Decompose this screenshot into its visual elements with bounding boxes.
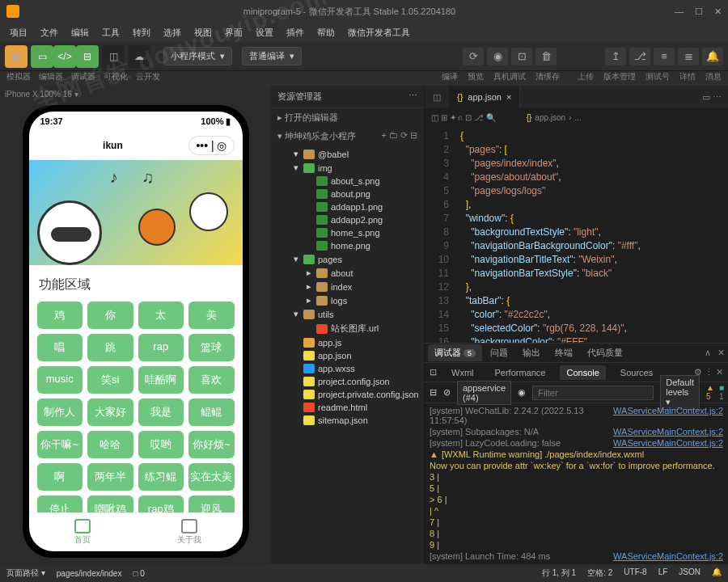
tree-item[interactable]: home.png — [271, 239, 424, 252]
explorer-more-icon[interactable]: ⋯ — [408, 91, 417, 103]
menu-微信开发者工具[interactable]: 微信开发者工具 — [343, 25, 415, 40]
tree-item[interactable]: home_s.png — [271, 226, 424, 239]
sound-button[interactable]: 鸡 — [37, 302, 83, 329]
sound-button[interactable]: rap — [138, 334, 184, 361]
visual-toggle[interactable]: ◫ — [102, 45, 125, 68]
sound-button[interactable]: 美 — [188, 302, 235, 329]
clear-cache-icon[interactable]: 🗑 — [535, 48, 557, 65]
indent[interactable]: 空格: 2 — [587, 567, 612, 579]
menu-工具[interactable]: 工具 — [97, 25, 125, 40]
remote-debug-icon[interactable]: ⊡ — [511, 48, 532, 65]
swiper[interactable]: ♪♫ — [29, 160, 243, 265]
cursor-pos[interactable]: 行 1, 列 1 — [542, 567, 576, 579]
tree-item[interactable]: ▸logs — [271, 293, 424, 307]
tree-item[interactable]: app.wxss — [271, 362, 424, 375]
menu-项目[interactable]: 项目 — [5, 25, 32, 40]
bell-icon[interactable]: 🔔 — [712, 567, 722, 579]
sound-button[interactable]: 你好烦~ — [188, 431, 235, 458]
upload-icon[interactable]: ↥ — [605, 48, 626, 65]
tab-调试器[interactable]: 调试器5 — [428, 344, 482, 361]
sound-button[interactable]: 两年半 — [87, 463, 133, 491]
menu-视图[interactable]: 视图 — [189, 25, 217, 40]
eol[interactable]: LF — [658, 567, 668, 579]
tree-item[interactable]: ▾@babel — [271, 147, 424, 161]
sound-button[interactable]: 嘲啾鸡 — [87, 496, 133, 512]
tab-问题[interactable]: 问题 — [484, 344, 514, 361]
devtools-menu-icon[interactable]: ⊡ — [430, 367, 437, 377]
breadcrumb[interactable]: {}app.json›... — [527, 113, 582, 122]
devtab-Performance[interactable]: Performance — [489, 365, 552, 380]
tree-item[interactable]: readme.html — [271, 401, 424, 414]
device-select[interactable]: iPhone X 100% 16 ▾ — [0, 86, 271, 102]
sound-button[interactable]: 哇酷啊 — [138, 366, 184, 394]
sound-button[interactable]: 太 — [138, 302, 184, 329]
minimize-icon[interactable]: — — [675, 6, 684, 17]
tree-item[interactable]: ▾img — [271, 161, 424, 175]
simulator-toggle[interactable]: ▭ — [31, 45, 53, 68]
tab-输出[interactable]: 输出 — [516, 344, 547, 361]
menu-帮助[interactable]: 帮助 — [312, 25, 340, 40]
sound-button[interactable]: 哎哟 — [138, 431, 184, 458]
menu-插件[interactable]: 插件 — [281, 25, 309, 40]
tree-item[interactable]: ▸about — [271, 266, 424, 280]
project-root[interactable]: ▾ 坤坤鸡乐盒小程序 + 🗀 ⟳ ⊟ — [271, 127, 424, 146]
clear-console-icon[interactable]: ⊘ — [443, 387, 451, 398]
page-path-select[interactable]: 页面路径 ▾ — [6, 567, 45, 579]
sound-button[interactable]: 篮球 — [188, 334, 235, 361]
err-count[interactable]: ■ 1 — [719, 383, 724, 403]
sound-button[interactable]: 实在太美 — [188, 463, 235, 491]
tree-item[interactable]: project.config.json — [271, 375, 424, 388]
editor-icons[interactable]: ◫ ⊞ ✦ ⎌ ⊡ ⎇ 🔍 — [431, 113, 496, 122]
tab-app-json[interactable]: {}app.json× — [449, 86, 520, 108]
tab-代码质量[interactable]: 代码质量 — [581, 344, 629, 361]
panel-up-icon[interactable]: ∧ — [705, 348, 711, 358]
tree-item[interactable]: 站长图库.url — [271, 321, 424, 336]
sound-button[interactable]: 我是 — [138, 399, 184, 426]
version-icon[interactable]: ⎇ — [629, 48, 650, 65]
menu-文件[interactable]: 文件 — [36, 25, 63, 40]
scene[interactable]: □ 0 — [133, 569, 144, 578]
tree-item[interactable]: sitemap.json — [271, 414, 424, 427]
sound-button[interactable]: 鲲鲲 — [188, 399, 235, 426]
tree-item[interactable]: ▸index — [271, 280, 424, 293]
tree-item[interactable]: ▾pages — [271, 252, 424, 266]
devtab-Wxml[interactable]: Wxml — [445, 365, 480, 380]
tree-item[interactable]: about_s.png — [271, 175, 424, 188]
console-sidebar-icon[interactable]: ⊟ — [430, 387, 437, 398]
sound-button[interactable]: rap鸡 — [138, 496, 184, 512]
sound-button[interactable]: 制作人 — [37, 399, 83, 426]
menu-选择[interactable]: 选择 — [159, 25, 186, 40]
tree-item[interactable]: addapp1.png — [271, 200, 424, 213]
tree-item[interactable]: about.png — [271, 188, 424, 200]
test-icon[interactable]: ≡ — [654, 48, 675, 65]
menu-设置[interactable]: 设置 — [251, 25, 278, 40]
preview-icon[interactable]: ◉ — [487, 48, 508, 65]
tree-item[interactable]: app.js — [271, 336, 424, 349]
message-icon[interactable]: 🔔 — [702, 48, 723, 65]
menu-编辑[interactable]: 编辑 — [66, 25, 94, 40]
devtab-Console[interactable]: Console — [560, 365, 605, 380]
sound-button[interactable]: 你干嘛~ — [37, 431, 83, 458]
tab-关于我[interactable]: 关于我 — [136, 513, 243, 551]
sound-button[interactable]: 迎风 — [188, 496, 235, 512]
details-icon[interactable]: ≣ — [678, 48, 699, 65]
tree-item[interactable]: ▾utils — [271, 307, 424, 321]
tree-item[interactable]: addapp2.png — [271, 213, 424, 226]
close-tab-icon[interactable]: × — [506, 92, 511, 102]
cloud-toggle[interactable]: ☁ — [128, 45, 150, 68]
sound-button[interactable]: 笑si — [87, 366, 133, 394]
compile-icon[interactable]: ⟳ — [463, 48, 484, 65]
sound-button[interactable]: 大家好 — [87, 399, 133, 426]
capsule-button[interactable]: ••• | ◎ — [188, 136, 234, 155]
menu-转到[interactable]: 转到 — [128, 25, 155, 40]
sound-button[interactable]: 你 — [87, 302, 133, 329]
sound-button[interactable]: 喜欢 — [188, 366, 235, 394]
maximize-icon[interactable]: ☐ — [695, 6, 703, 17]
sound-button[interactable]: 唱 — [37, 334, 83, 361]
tab-首页[interactable]: 首页 — [29, 513, 136, 551]
close-icon[interactable]: ✕ — [714, 6, 722, 17]
editor-toggle[interactable]: </> — [53, 45, 76, 68]
sound-button[interactable]: music — [37, 366, 83, 394]
sound-button[interactable]: 练习鲲 — [138, 463, 184, 491]
tree-item[interactable]: app.json — [271, 349, 424, 362]
